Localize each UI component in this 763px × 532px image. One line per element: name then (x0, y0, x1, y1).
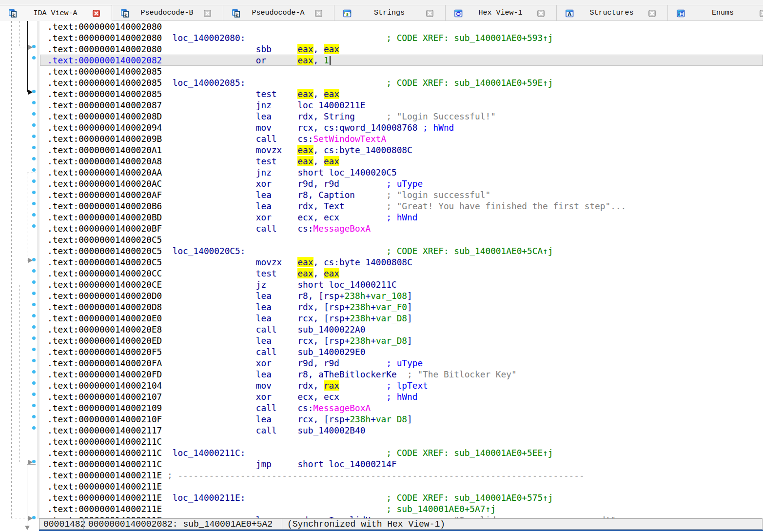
tab-bar: IDA View-APseudocode-BPseudocode-A‘s’Str… (0, 0, 763, 21)
tab-label: IDA View-A (19, 9, 92, 18)
listing-line[interactable]: .text:0000000140002085 (0, 66, 763, 77)
listing-line[interactable]: .text:00000001400020D8 lea rdx, [rsp+238… (0, 301, 763, 313)
tab-structures[interactable]: AStructures (557, 5, 668, 21)
svg-text:A: A (567, 11, 572, 17)
listing-line[interactable]: .text:0000000140002080 (0, 21, 763, 32)
hex-icon (454, 9, 463, 18)
listing-line[interactable]: .text:00000001400020FD lea r8, aTheBitlo… (0, 369, 763, 380)
listing-line[interactable]: .text:0000000140002080 sbb eax, eax (0, 43, 763, 55)
status-bar-accent-line (39, 530, 763, 531)
close-icon[interactable] (426, 10, 433, 17)
listing-line[interactable]: .text:000000014000211E ; ---------------… (0, 470, 763, 481)
listing-line-selected[interactable]: .text:0000000140002082 or eax, 1 (40, 55, 763, 66)
tab-label: Pseudocode-B (131, 9, 203, 17)
tab-strings[interactable]: ‘s’Strings (334, 5, 446, 21)
highlighted-token: eax (297, 89, 313, 99)
tab-ida-view-a[interactable]: IDA View-A (0, 5, 112, 21)
status-cell: 00001482 (43, 519, 85, 530)
listing-line[interactable]: .text:00000001400020C5 loc_1400020C5: ; … (0, 245, 763, 256)
listing-line[interactable]: .text:0000000140002080 loc_140002080: ; … (0, 32, 763, 43)
highlighted-token: eax (297, 156, 313, 166)
highlighted-token: eax (297, 55, 313, 65)
listing-line[interactable]: .text:0000000140002109 call cs:MessageBo… (0, 402, 763, 414)
listing-line[interactable]: .text:00000001400020AF lea r8, Caption ;… (0, 189, 763, 200)
close-icon[interactable] (537, 10, 545, 17)
text-cursor (330, 56, 331, 65)
disasm-icon (232, 9, 240, 18)
status-bar: 000014820000000140002082: sub_140001AE0+… (39, 518, 763, 530)
close-icon[interactable] (315, 10, 322, 17)
status-cell: (Synchronized with Hex View-1) (287, 519, 445, 530)
listing-line[interactable]: .text:00000001400020F5 call sub_1400029E… (0, 346, 763, 357)
highlighted-token: eax (297, 268, 313, 278)
highlighted-token: eax (297, 44, 313, 54)
status-cell: 0000000140002082: sub_140001AE0+5A2 (88, 519, 273, 530)
highlighted-token: eax (297, 145, 313, 155)
listing-line[interactable]: .text:0000000140002085 test eax, eax (0, 88, 763, 99)
listing-line[interactable]: .text:000000014000211C (0, 436, 763, 447)
listing-line[interactable]: .text:00000001400020D0 lea r8, [rsp+238h… (0, 290, 763, 301)
listing-line[interactable]: .text:00000001400020FA xor r9d, r9d ; uT… (0, 357, 763, 369)
listing-line[interactable]: .text:000000014000211E ; sub_140001AE0+5… (0, 503, 763, 514)
strings-icon: ‘s’ (343, 9, 352, 18)
listing-line[interactable]: .text:0000000140002094 mov rcx, cs:qword… (0, 122, 763, 133)
listing-line[interactable]: .text:00000001400020B6 lea rdx, Text ; "… (0, 200, 763, 212)
listing-line[interactable]: .text:00000001400020A1 movzx eax, cs:byt… (0, 144, 763, 156)
listing-line[interactable]: .text:000000014000209B call cs:SetWindow… (0, 133, 763, 144)
tab-label: Strings (353, 9, 426, 17)
disasm-icon (9, 9, 17, 18)
listing-line[interactable]: .text:00000001400020A8 test eax, eax (0, 156, 763, 167)
listing-line[interactable]: .text:00000001400020CE jz short loc_1400… (0, 279, 763, 290)
listing-line[interactable]: .text:00000001400020C5 (0, 234, 763, 245)
listing-line[interactable]: .text:0000000140002117 call sub_140002B4… (0, 425, 763, 436)
listing-line[interactable]: .text:000000014000211C loc_14000211C: ; … (0, 447, 763, 458)
listing-line[interactable]: .text:00000001400020BD xor ecx, ecx ; hW… (0, 212, 763, 223)
status-separator (83, 519, 84, 529)
listing-line[interactable]: .text:00000001400020AC xor r9d, r9d ; uT… (0, 178, 763, 189)
enums-icon (677, 9, 685, 18)
listing-line[interactable]: .text:0000000140002087 jnz loc_14000211E (0, 99, 763, 111)
highlighted-token: eax (324, 44, 339, 54)
close-icon[interactable] (648, 10, 656, 17)
close-icon[interactable] (760, 10, 763, 17)
status-separator (442, 519, 442, 529)
listing-line[interactable]: .text:00000001400020E0 lea rcx, [rsp+238… (0, 313, 763, 324)
listing-line[interactable]: .text:00000001400020CC test eax, eax (0, 268, 763, 279)
listing-line[interactable]: .text:000000014000211C jmp short loc_140… (0, 458, 763, 470)
listing-line[interactable]: .text:000000014000210F lea rcx, [rsp+238… (0, 414, 763, 425)
listing-line[interactable]: .text:00000001400020AA jnz short loc_140… (0, 167, 763, 178)
structures-icon: A (566, 9, 574, 18)
close-icon[interactable] (204, 10, 211, 17)
jump-arrow-down-head (25, 526, 30, 530)
status-separator (282, 519, 282, 529)
tab-pseudocode-a[interactable]: Pseudocode-A (223, 5, 334, 21)
listing-line[interactable]: .text:0000000140002085 loc_140002085: ; … (0, 77, 763, 88)
listing-line[interactable]: .text:00000001400020C5 movzx eax, cs:byt… (0, 256, 763, 268)
highlighted-token: eax (324, 268, 339, 278)
highlighted-token: eax (297, 257, 313, 267)
listing-line[interactable]: .text:00000001400020BF call cs:MessageBo… (0, 223, 763, 234)
ida-pro-window: IDA View-APseudocode-BPseudocode-A‘s’Str… (0, 0, 763, 532)
listing-line[interactable]: .text:0000000140002104 mov rdx, rax ; lp… (0, 380, 763, 391)
listing-line[interactable]: .text:00000001400020ED lea rcx, [rsp+238… (0, 335, 763, 346)
tab-enums[interactable]: Enums (668, 5, 763, 21)
highlighted-token: eax (324, 89, 339, 99)
listing-line[interactable]: .text:000000014000211E (0, 481, 763, 492)
highlighted-token: rax (324, 380, 339, 391)
tab-label: Enums (686, 9, 759, 17)
tab-label: Pseudocode-A (242, 9, 314, 17)
tab-hex-view-1[interactable]: Hex View-1 (446, 5, 557, 21)
listing-line[interactable]: .text:000000014000208D lea rdx, String ;… (0, 111, 763, 122)
close-icon-active[interactable] (93, 10, 100, 17)
listing-line[interactable]: .text:0000000140002107 xor ecx, ecx ; hW… (0, 391, 763, 402)
highlighted-token: eax (324, 156, 339, 166)
tab-label: Structures (575, 9, 648, 17)
disassembly-listing: .text:0000000140002080.text:000000014000… (0, 21, 763, 526)
disasm-icon (121, 9, 129, 18)
listing-line[interactable]: .text:00000001400020E8 call sub_1400022A… (0, 324, 763, 335)
tab-label: Hex View-1 (464, 9, 537, 17)
tab-pseudocode-b[interactable]: Pseudocode-B (112, 5, 223, 21)
listing-line[interactable]: .text:000000014000211E loc_14000211E: ; … (0, 492, 763, 503)
disassembly-view[interactable]: .text:0000000140002080.text:000000014000… (0, 21, 763, 532)
svg-text:‘s’: ‘s’ (343, 11, 352, 17)
